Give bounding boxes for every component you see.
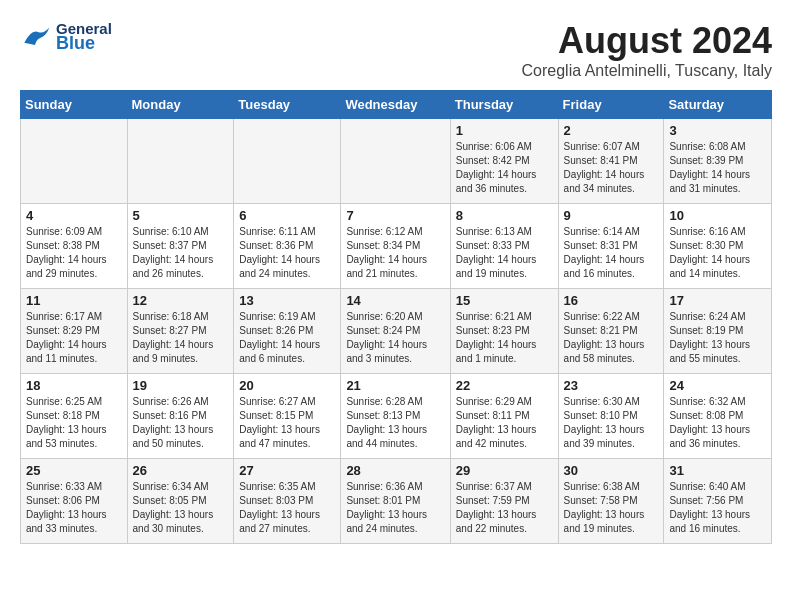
day-info: Sunrise: 6:18 AM Sunset: 8:27 PM Dayligh… xyxy=(133,310,229,366)
calendar-cell xyxy=(21,119,128,204)
calendar-cell: 17Sunrise: 6:24 AM Sunset: 8:19 PM Dayli… xyxy=(664,289,772,374)
calendar-cell: 20Sunrise: 6:27 AM Sunset: 8:15 PM Dayli… xyxy=(234,374,341,459)
day-number: 2 xyxy=(564,123,659,138)
day-info: Sunrise: 6:35 AM Sunset: 8:03 PM Dayligh… xyxy=(239,480,335,536)
day-info: Sunrise: 6:21 AM Sunset: 8:23 PM Dayligh… xyxy=(456,310,553,366)
day-number: 18 xyxy=(26,378,122,393)
logo-bird-icon xyxy=(20,25,50,50)
day-info: Sunrise: 6:36 AM Sunset: 8:01 PM Dayligh… xyxy=(346,480,444,536)
header-day-saturday: Saturday xyxy=(664,91,772,119)
calendar-body: 1Sunrise: 6:06 AM Sunset: 8:42 PM Daylig… xyxy=(21,119,772,544)
day-number: 23 xyxy=(564,378,659,393)
calendar-cell: 18Sunrise: 6:25 AM Sunset: 8:18 PM Dayli… xyxy=(21,374,128,459)
calendar-cell: 15Sunrise: 6:21 AM Sunset: 8:23 PM Dayli… xyxy=(450,289,558,374)
day-info: Sunrise: 6:29 AM Sunset: 8:11 PM Dayligh… xyxy=(456,395,553,451)
calendar-header: SundayMondayTuesdayWednesdayThursdayFrid… xyxy=(21,91,772,119)
day-number: 3 xyxy=(669,123,766,138)
day-number: 17 xyxy=(669,293,766,308)
day-number: 11 xyxy=(26,293,122,308)
day-info: Sunrise: 6:13 AM Sunset: 8:33 PM Dayligh… xyxy=(456,225,553,281)
header-day-friday: Friday xyxy=(558,91,664,119)
day-number: 30 xyxy=(564,463,659,478)
day-info: Sunrise: 6:38 AM Sunset: 7:58 PM Dayligh… xyxy=(564,480,659,536)
calendar-cell xyxy=(234,119,341,204)
calendar-cell: 7Sunrise: 6:12 AM Sunset: 8:34 PM Daylig… xyxy=(341,204,450,289)
calendar-cell: 1Sunrise: 6:06 AM Sunset: 8:42 PM Daylig… xyxy=(450,119,558,204)
calendar-cell: 10Sunrise: 6:16 AM Sunset: 8:30 PM Dayli… xyxy=(664,204,772,289)
day-number: 21 xyxy=(346,378,444,393)
day-number: 9 xyxy=(564,208,659,223)
day-number: 27 xyxy=(239,463,335,478)
day-number: 15 xyxy=(456,293,553,308)
day-info: Sunrise: 6:30 AM Sunset: 8:10 PM Dayligh… xyxy=(564,395,659,451)
calendar-week-2: 4Sunrise: 6:09 AM Sunset: 8:38 PM Daylig… xyxy=(21,204,772,289)
day-number: 4 xyxy=(26,208,122,223)
calendar-week-4: 18Sunrise: 6:25 AM Sunset: 8:18 PM Dayli… xyxy=(21,374,772,459)
day-info: Sunrise: 6:09 AM Sunset: 8:38 PM Dayligh… xyxy=(26,225,122,281)
calendar-cell: 29Sunrise: 6:37 AM Sunset: 7:59 PM Dayli… xyxy=(450,459,558,544)
calendar-cell: 16Sunrise: 6:22 AM Sunset: 8:21 PM Dayli… xyxy=(558,289,664,374)
day-number: 6 xyxy=(239,208,335,223)
calendar-cell: 5Sunrise: 6:10 AM Sunset: 8:37 PM Daylig… xyxy=(127,204,234,289)
calendar-cell: 24Sunrise: 6:32 AM Sunset: 8:08 PM Dayli… xyxy=(664,374,772,459)
day-number: 8 xyxy=(456,208,553,223)
day-number: 5 xyxy=(133,208,229,223)
day-number: 1 xyxy=(456,123,553,138)
calendar-cell: 6Sunrise: 6:11 AM Sunset: 8:36 PM Daylig… xyxy=(234,204,341,289)
day-info: Sunrise: 6:33 AM Sunset: 8:06 PM Dayligh… xyxy=(26,480,122,536)
day-info: Sunrise: 6:10 AM Sunset: 8:37 PM Dayligh… xyxy=(133,225,229,281)
calendar-cell: 4Sunrise: 6:09 AM Sunset: 8:38 PM Daylig… xyxy=(21,204,128,289)
calendar-cell: 9Sunrise: 6:14 AM Sunset: 8:31 PM Daylig… xyxy=(558,204,664,289)
day-number: 24 xyxy=(669,378,766,393)
day-number: 20 xyxy=(239,378,335,393)
calendar-cell xyxy=(341,119,450,204)
day-info: Sunrise: 6:14 AM Sunset: 8:31 PM Dayligh… xyxy=(564,225,659,281)
day-info: Sunrise: 6:26 AM Sunset: 8:16 PM Dayligh… xyxy=(133,395,229,451)
day-number: 22 xyxy=(456,378,553,393)
day-number: 14 xyxy=(346,293,444,308)
day-info: Sunrise: 6:07 AM Sunset: 8:41 PM Dayligh… xyxy=(564,140,659,196)
day-info: Sunrise: 6:08 AM Sunset: 8:39 PM Dayligh… xyxy=(669,140,766,196)
calendar-cell: 26Sunrise: 6:34 AM Sunset: 8:05 PM Dayli… xyxy=(127,459,234,544)
calendar-week-1: 1Sunrise: 6:06 AM Sunset: 8:42 PM Daylig… xyxy=(21,119,772,204)
day-number: 29 xyxy=(456,463,553,478)
calendar-cell: 22Sunrise: 6:29 AM Sunset: 8:11 PM Dayli… xyxy=(450,374,558,459)
calendar-table: SundayMondayTuesdayWednesdayThursdayFrid… xyxy=(20,90,772,544)
day-info: Sunrise: 6:34 AM Sunset: 8:05 PM Dayligh… xyxy=(133,480,229,536)
header-day-tuesday: Tuesday xyxy=(234,91,341,119)
calendar-cell: 12Sunrise: 6:18 AM Sunset: 8:27 PM Dayli… xyxy=(127,289,234,374)
header-row: SundayMondayTuesdayWednesdayThursdayFrid… xyxy=(21,91,772,119)
header-day-sunday: Sunday xyxy=(21,91,128,119)
day-number: 25 xyxy=(26,463,122,478)
day-number: 10 xyxy=(669,208,766,223)
day-number: 28 xyxy=(346,463,444,478)
calendar-cell: 2Sunrise: 6:07 AM Sunset: 8:41 PM Daylig… xyxy=(558,119,664,204)
day-number: 12 xyxy=(133,293,229,308)
day-info: Sunrise: 6:27 AM Sunset: 8:15 PM Dayligh… xyxy=(239,395,335,451)
day-info: Sunrise: 6:24 AM Sunset: 8:19 PM Dayligh… xyxy=(669,310,766,366)
day-info: Sunrise: 6:11 AM Sunset: 8:36 PM Dayligh… xyxy=(239,225,335,281)
day-number: 7 xyxy=(346,208,444,223)
day-info: Sunrise: 6:22 AM Sunset: 8:21 PM Dayligh… xyxy=(564,310,659,366)
day-number: 13 xyxy=(239,293,335,308)
calendar-cell: 21Sunrise: 6:28 AM Sunset: 8:13 PM Dayli… xyxy=(341,374,450,459)
calendar-cell: 27Sunrise: 6:35 AM Sunset: 8:03 PM Dayli… xyxy=(234,459,341,544)
day-number: 26 xyxy=(133,463,229,478)
calendar-week-3: 11Sunrise: 6:17 AM Sunset: 8:29 PM Dayli… xyxy=(21,289,772,374)
day-info: Sunrise: 6:37 AM Sunset: 7:59 PM Dayligh… xyxy=(456,480,553,536)
day-info: Sunrise: 6:16 AM Sunset: 8:30 PM Dayligh… xyxy=(669,225,766,281)
day-info: Sunrise: 6:17 AM Sunset: 8:29 PM Dayligh… xyxy=(26,310,122,366)
calendar-cell: 30Sunrise: 6:38 AM Sunset: 7:58 PM Dayli… xyxy=(558,459,664,544)
location: Coreglia Antelminelli, Tuscany, Italy xyxy=(522,62,772,80)
day-info: Sunrise: 6:28 AM Sunset: 8:13 PM Dayligh… xyxy=(346,395,444,451)
calendar-cell: 3Sunrise: 6:08 AM Sunset: 8:39 PM Daylig… xyxy=(664,119,772,204)
calendar-cell: 23Sunrise: 6:30 AM Sunset: 8:10 PM Dayli… xyxy=(558,374,664,459)
calendar-cell xyxy=(127,119,234,204)
header-day-thursday: Thursday xyxy=(450,91,558,119)
calendar-cell: 11Sunrise: 6:17 AM Sunset: 8:29 PM Dayli… xyxy=(21,289,128,374)
day-info: Sunrise: 6:40 AM Sunset: 7:56 PM Dayligh… xyxy=(669,480,766,536)
day-number: 19 xyxy=(133,378,229,393)
title-area: August 2024 Coreglia Antelminelli, Tusca… xyxy=(522,20,772,80)
logo: General Blue xyxy=(20,20,112,54)
calendar-cell: 25Sunrise: 6:33 AM Sunset: 8:06 PM Dayli… xyxy=(21,459,128,544)
